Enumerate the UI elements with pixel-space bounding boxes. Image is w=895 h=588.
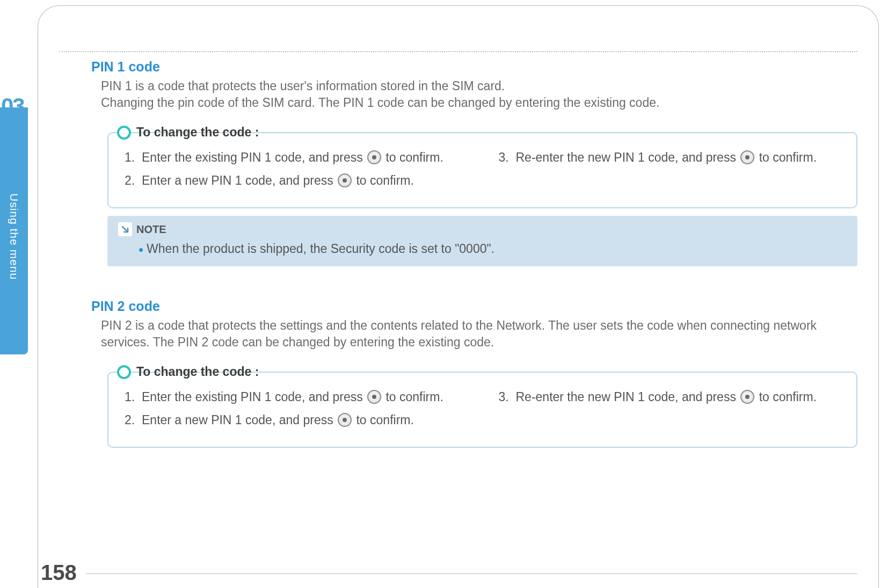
step-number: 3. bbox=[499, 149, 516, 166]
procedure-header: To change the code : bbox=[117, 365, 857, 379]
procedure-header: To change the code : bbox=[117, 125, 857, 140]
step-text-b: to confirm. bbox=[755, 390, 817, 404]
chapter-label: Using the menu bbox=[8, 193, 20, 280]
procedure-col-left: 1. Enter the existing PIN 1 code, and pr… bbox=[125, 149, 467, 195]
pin2-title: PIN 2 code bbox=[91, 299, 857, 314]
footer-line bbox=[86, 574, 857, 574]
procedure-box: 1. Enter the existing PIN 1 code, and pr… bbox=[107, 372, 857, 448]
step-3: 3. Re-enter the new PIN 1 code, and pres… bbox=[499, 149, 841, 166]
note-box: NOTE • When the product is shipped, the … bbox=[107, 216, 857, 266]
step-text-b: to confirm. bbox=[382, 150, 443, 164]
step-text-a: Enter a new PIN 1 code, and press bbox=[142, 173, 337, 187]
pin1-description: PIN 1 is a code that protects the user's… bbox=[101, 78, 857, 111]
ok-button-icon bbox=[338, 173, 352, 187]
step-text: Re-enter the new PIN 1 code, and press t… bbox=[516, 389, 841, 405]
step-text-b: to confirm. bbox=[755, 150, 817, 164]
step-text: Enter the existing PIN 1 code, and press… bbox=[142, 389, 467, 405]
step-text-a: Re-enter the new PIN 1 code, and press bbox=[516, 150, 740, 164]
dotted-divider bbox=[59, 51, 857, 52]
step-3: 3. Re-enter the new PIN 1 code, and pres… bbox=[499, 389, 841, 405]
step-number: 1. bbox=[125, 389, 142, 405]
bullet-icon: • bbox=[139, 243, 143, 257]
procedure-col-left: 1. Enter the existing PIN 1 code, and pr… bbox=[125, 389, 467, 435]
step-text-a: Enter a new PIN 1 code, and press bbox=[142, 413, 337, 427]
procedure-title: To change the code : bbox=[136, 365, 259, 379]
ok-button-icon bbox=[367, 390, 381, 404]
step-1: 1. Enter the existing PIN 1 code, and pr… bbox=[125, 389, 467, 405]
note-header: NOTE bbox=[118, 222, 847, 236]
step-1: 1. Enter the existing PIN 1 code, and pr… bbox=[125, 149, 467, 166]
ok-button-icon bbox=[740, 390, 754, 404]
procedure-col-right: 3. Re-enter the new PIN 1 code, and pres… bbox=[499, 149, 841, 195]
step-text-a: Enter the existing PIN 1 code, and press bbox=[142, 150, 366, 164]
ok-button-icon bbox=[367, 150, 381, 164]
pin1-procedure: To change the code : 1. Enter the existi… bbox=[107, 125, 857, 208]
note-arrow-icon bbox=[118, 222, 132, 236]
content-area: PIN 1 code PIN 1 is a code that protects… bbox=[91, 59, 857, 455]
step-text-a: Re-enter the new PIN 1 code, and press bbox=[516, 390, 740, 404]
procedure-box: 1. Enter the existing PIN 1 code, and pr… bbox=[107, 132, 857, 208]
step-text: Enter a new PIN 1 code, and press to con… bbox=[142, 172, 467, 189]
note-text: When the product is shipped, the Securit… bbox=[147, 242, 494, 256]
step-text-b: to confirm. bbox=[353, 413, 414, 427]
step-text-a: Enter the existing PIN 1 code, and press bbox=[142, 390, 366, 404]
step-text: Enter a new PIN 1 code, and press to con… bbox=[142, 412, 467, 429]
procedure-bullet-icon bbox=[117, 126, 131, 140]
procedure-bullet-icon bbox=[117, 365, 131, 379]
step-text: Re-enter the new PIN 1 code, and press t… bbox=[516, 149, 841, 166]
step-text-b: to confirm. bbox=[382, 390, 443, 404]
step-text: Enter the existing PIN 1 code, and press… bbox=[142, 149, 467, 166]
step-number: 2. bbox=[125, 412, 142, 429]
step-text-b: to confirm. bbox=[353, 173, 414, 187]
pin2-description: PIN 2 is a code that protects the settin… bbox=[101, 317, 857, 351]
page-number: 158 bbox=[41, 561, 77, 585]
ok-button-icon bbox=[740, 150, 754, 164]
step-number: 3. bbox=[499, 389, 516, 405]
pin2-procedure: To change the code : 1. Enter the existi… bbox=[107, 365, 857, 448]
step-number: 2. bbox=[125, 172, 142, 189]
step-2: 2. Enter a new PIN 1 code, and press to … bbox=[125, 412, 467, 429]
pin1-title: PIN 1 code bbox=[91, 59, 857, 75]
note-body: • When the product is shipped, the Secur… bbox=[139, 242, 847, 257]
procedure-col-right: 3. Re-enter the new PIN 1 code, and pres… bbox=[499, 389, 841, 435]
note-label: NOTE bbox=[136, 223, 166, 236]
step-2: 2. Enter a new PIN 1 code, and press to … bbox=[125, 172, 467, 189]
procedure-title: To change the code : bbox=[136, 125, 259, 140]
ok-button-icon bbox=[338, 413, 352, 427]
step-number: 1. bbox=[125, 149, 142, 166]
